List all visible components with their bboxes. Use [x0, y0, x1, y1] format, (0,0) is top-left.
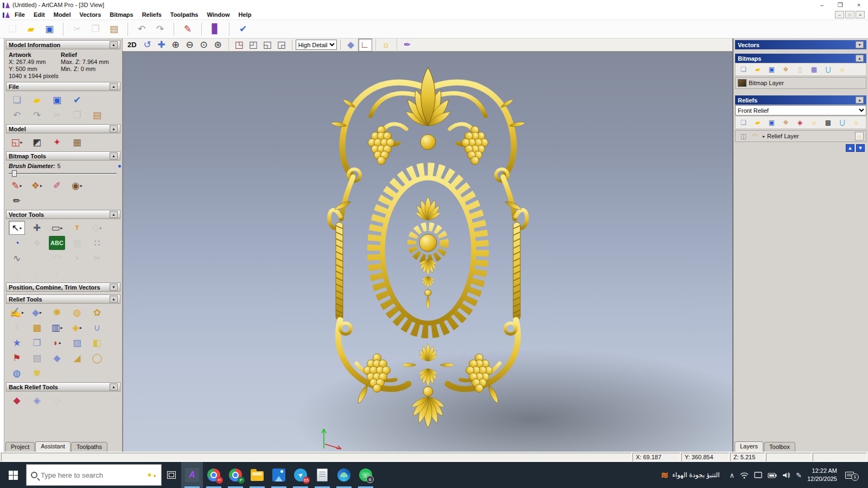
view-iso3-button[interactable]: ◲ — [275, 38, 289, 52]
relief-layer-mode-button[interactable]: ◫ — [738, 131, 749, 141]
restore-button[interactable]: ❐ — [831, 0, 850, 10]
action-center-button[interactable]: 1 — [843, 472, 857, 479]
envelope-distort-button-flyout[interactable]: ▸ — [100, 226, 102, 230]
twiddle-view-button[interactable]: ↺ — [141, 38, 155, 52]
delete-bitmap-layer-button[interactable]: ⋃ — [822, 65, 834, 74]
start-button[interactable] — [0, 462, 26, 488]
colour-picker-button[interactable]: ✐ — [49, 178, 65, 192]
tab-toolpaths[interactable]: Toolpaths — [71, 442, 107, 452]
tab-project[interactable]: Project — [5, 442, 35, 452]
select-vectors-button[interactable]: ↖▸ — [9, 221, 25, 235]
merge-relief-layers-button[interactable]: ◈ — [794, 118, 806, 127]
cut-button[interactable]: ✂ — [69, 22, 85, 36]
menu-toolpaths[interactable]: Toolpaths — [166, 10, 203, 19]
mdi-restore-button[interactable]: □ — [845, 11, 854, 18]
zoom-previous-button[interactable]: ⊙ — [197, 38, 211, 52]
save-relief-layer-button[interactable]: ▣ — [766, 118, 777, 127]
column-relief-button[interactable]: ▤ — [29, 351, 45, 365]
zoom-out-button[interactable]: ⊖ — [183, 38, 197, 52]
envelope-distort-button[interactable]: ◇▸ — [89, 221, 105, 235]
model-setup-button[interactable]: ✔ — [235, 22, 251, 36]
relief-selector[interactable]: Front Relief — [735, 105, 866, 115]
battery-icon[interactable] — [768, 472, 777, 478]
reference-help-button[interactable]: ▊ — [207, 22, 224, 36]
set-light-button[interactable]: ✦ — [49, 135, 65, 149]
relief-layer-row[interactable]: ◫◠ ▸ Relief Layer ☼ — [735, 130, 866, 142]
sculpt-button[interactable]: ✍▸ — [9, 305, 25, 319]
speaker-icon[interactable] — [782, 472, 790, 479]
expand-button[interactable]: ▼ — [110, 284, 118, 291]
zoom-fit-button[interactable]: ⊛ — [211, 38, 225, 52]
notes-button[interactable]: ✎ — [180, 22, 196, 36]
taskbar-app-edge[interactable] — [333, 462, 355, 488]
view-top-button[interactable]: ◳ — [232, 38, 246, 52]
open-bitmap-layer-button[interactable]: ▰ — [752, 65, 763, 74]
relief-layer-visibility-icon[interactable]: ☼ — [855, 132, 864, 140]
new-bitmap-layer-button[interactable]: ❏ — [738, 65, 749, 74]
3d-view-canvas[interactable] — [123, 52, 732, 452]
back-relief-invert-button[interactable]: ◆ — [9, 393, 25, 407]
zero-plane-button-flyout[interactable]: ▸ — [40, 310, 42, 315]
mirror-vectors-button[interactable]: ◖ — [49, 266, 65, 280]
move-layer-up-button[interactable]: ▲ — [846, 144, 854, 152]
relief-clipart-button[interactable]: ▥▸ — [49, 320, 65, 335]
taskbar-app-chrome[interactable]: ✂ — [203, 462, 225, 488]
dome-relief-button[interactable]: ◍ — [69, 305, 85, 319]
menu-window[interactable]: Window — [202, 10, 234, 19]
clear-bitmap-layer-button[interactable]: ▯ — [794, 65, 806, 74]
taskbar-search[interactable]: ✦✦ — [26, 464, 162, 486]
taskbar-app-whatsapp[interactable]: ☏6 — [355, 462, 376, 488]
menu-vectors[interactable]: Vectors — [75, 10, 106, 19]
turn-relief-button[interactable]: ⚑ — [9, 351, 25, 365]
taskbar-app-telegram[interactable]: ➤65 — [290, 462, 311, 488]
menu-model[interactable]: Model — [49, 10, 75, 19]
relief-clipart-button-flyout[interactable]: ▸ — [61, 325, 63, 330]
stamp-relief-button[interactable]: ❒ — [29, 336, 45, 350]
wireframe-button[interactable]: ▦ — [69, 236, 85, 250]
load-reference-image-button[interactable]: ▦ — [69, 135, 85, 149]
collapse-button[interactable]: ▲ — [856, 55, 864, 62]
file-model-setup-button[interactable]: ✔ — [69, 93, 85, 107]
pen-icon[interactable]: ✎ — [796, 471, 802, 479]
set-model-size-button[interactable]: ◱▸ — [9, 135, 25, 149]
menu-file[interactable]: File — [10, 10, 29, 19]
save-model-button[interactable]: ▣ — [41, 22, 58, 36]
texture-relief-button[interactable]: ▨ — [69, 336, 85, 350]
unwrap-relief-button[interactable]: ∪ — [89, 320, 105, 335]
bitmap-layer-tool-button[interactable]: ❖ — [780, 65, 792, 74]
file-redo-button[interactable]: ↷ — [29, 108, 45, 122]
menu-help[interactable]: Help — [234, 10, 256, 19]
palette-button-flyout[interactable]: ▸ — [80, 183, 82, 188]
greyscale-preview-button[interactable]: ▩ — [822, 118, 834, 127]
carve-relief-button-flyout[interactable]: ▸ — [59, 341, 61, 345]
toggle-bitmaps-visibility-button[interactable]: ☼ — [837, 65, 848, 74]
collapse-button[interactable]: ▲ — [110, 152, 118, 159]
task-view-button[interactable] — [162, 462, 181, 488]
collapse-button[interactable]: ▲ — [110, 125, 118, 132]
bitmap-layer-row[interactable]: Bitmap Layer — [735, 77, 866, 89]
taskbar-app-chrome-profile[interactable]: P — [225, 462, 246, 488]
transform-vectors-button[interactable]: ✚ — [29, 221, 45, 235]
file-copy-button[interactable]: ❐ — [69, 108, 85, 122]
create-text-button[interactable]: T — [69, 221, 85, 235]
paint-button[interactable]: ✎▸ — [9, 178, 25, 192]
wrap-flower-button[interactable]: ✾ — [29, 366, 45, 380]
flood-fill-button[interactable]: ◌ — [89, 178, 105, 192]
pan-view-button[interactable]: ✚ — [155, 38, 169, 52]
node-editing-button[interactable]: ∠ — [29, 266, 45, 280]
slider-thumb[interactable] — [12, 170, 17, 177]
toggle-reliefs-visibility-button[interactable]: ☼ — [851, 118, 862, 127]
zero-plane-button[interactable]: ◆▸ — [29, 305, 45, 319]
open-relief-layer-button[interactable]: ▰ — [752, 118, 763, 127]
pillow-relief-button[interactable]: ◆ — [49, 351, 65, 365]
tab-layers[interactable]: Layers — [735, 441, 763, 452]
expand-layer-icon[interactable]: ▸ — [763, 134, 765, 139]
taskbar-app-notepad[interactable] — [311, 462, 333, 488]
toggle-relief-view-button[interactable]: ◆ — [344, 38, 358, 52]
taskbar-app-photos[interactable] — [268, 462, 290, 488]
paint-selective-button[interactable]: ❖▸ — [29, 178, 45, 192]
two-rail-sweep-button-flyout[interactable]: ▸ — [80, 325, 82, 330]
sculpt-button-flyout[interactable]: ▸ — [22, 310, 24, 315]
sharp-corner-button[interactable]: > — [69, 251, 85, 265]
create-arc-button[interactable]: ◠ — [49, 251, 65, 265]
